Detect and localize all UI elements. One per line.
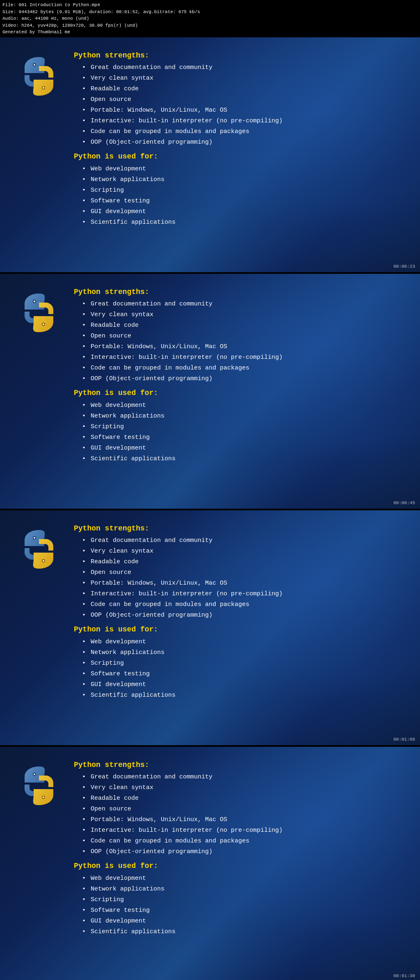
svg-point-9	[34, 537, 35, 539]
list-item: Interactive: built-in interpreter (no pr…	[74, 826, 404, 835]
svg-point-3	[43, 87, 44, 89]
file-info-block: File: 001 Introduction to Python.mp4 Siz…	[0, 0, 420, 37]
list-item: OOP (Object-oriented programming)	[74, 138, 404, 147]
used-for-title: Python is used for:	[74, 151, 404, 163]
strengths-title: Python strengths:	[74, 523, 404, 535]
list-item: Open source	[74, 95, 404, 105]
python-logo	[16, 527, 62, 572]
file-info-line4: Video: h264, yuv420p, 1280x720, 30.00 fp…	[2, 22, 418, 29]
list-item: Network applications	[74, 648, 404, 658]
list-item: Web development	[74, 637, 404, 647]
slide-1: Python strengths:Great documentation and…	[0, 37, 420, 272]
list-item: OOP (Object-oriented programming)	[74, 374, 404, 384]
slide-2: Python strengths:Great documentation and…	[0, 274, 420, 509]
list-item: Great documentation and community	[74, 772, 404, 782]
list-item: Web development	[74, 401, 404, 411]
list-item: Readable code	[74, 321, 404, 330]
list-item: Great documentation and community	[74, 536, 404, 546]
list-item: Very clean syntax	[74, 546, 404, 556]
slide-3: Python strengths:Great documentation and…	[0, 510, 420, 745]
list-item: Software testing	[74, 906, 404, 916]
list-item: GUI development	[74, 207, 404, 217]
list-item: OOP (Object-oriented programming)	[74, 847, 404, 857]
list-item: Portable: Windows, Unix/Linux, Mac OS	[74, 106, 404, 115]
list-item: Software testing	[74, 196, 404, 206]
list-item: Scripting	[74, 186, 404, 195]
svg-point-7	[43, 324, 44, 325]
svg-point-11	[43, 560, 44, 562]
svg-point-13	[34, 773, 35, 775]
svg-point-1	[34, 64, 35, 66]
list-item: GUI development	[74, 443, 404, 453]
slide-4: Python strengths:Great documentation and…	[0, 747, 420, 980]
list-item: Portable: Windows, Unix/Linux, Mac OS	[74, 815, 404, 825]
list-item: Web development	[74, 874, 404, 884]
list-item: Network applications	[74, 175, 404, 185]
list-item: GUI development	[74, 680, 404, 690]
python-logo	[16, 763, 62, 808]
list-item: Readable code	[74, 557, 404, 567]
list-item: Software testing	[74, 669, 404, 679]
list-item: Network applications	[74, 884, 404, 894]
list-item: Great documentation and community	[74, 63, 404, 73]
list-item: Open source	[74, 331, 404, 341]
used-for-list: Web developmentNetwork applicationsScrip…	[74, 164, 404, 227]
used-for-title: Python is used for:	[74, 860, 404, 872]
strengths-title: Python strengths:	[74, 50, 404, 62]
list-item: Code can be grouped in modules and packa…	[74, 600, 404, 610]
list-item: Interactive: built-in interpreter (no pr…	[74, 116, 404, 126]
used-for-title: Python is used for:	[74, 624, 404, 636]
strengths-list: Great documentation and communityVery cl…	[74, 536, 404, 620]
strengths-list: Great documentation and communityVery cl…	[74, 299, 404, 384]
list-item: GUI development	[74, 916, 404, 926]
list-item: Scientific applications	[74, 691, 404, 700]
strengths-list: Great documentation and communityVery cl…	[74, 63, 404, 147]
list-item: Very clean syntax	[74, 73, 404, 83]
file-info-line2: Size: 9443482 bytes (9.01 MiB), duration…	[2, 9, 418, 16]
list-item: Interactive: built-in interpreter (no pr…	[74, 353, 404, 363]
used-for-list: Web developmentNetwork applicationsScrip…	[74, 637, 404, 700]
strengths-list: Great documentation and communityVery cl…	[74, 772, 404, 857]
file-info-line1: File: 001 Introduction to Python.mp4	[2, 2, 418, 9]
svg-point-5	[34, 301, 35, 302]
list-item: Software testing	[74, 433, 404, 443]
svg-point-15	[43, 796, 44, 798]
strengths-title: Python strengths:	[74, 759, 404, 771]
list-item: Scientific applications	[74, 218, 404, 227]
file-info-line5: Generated by Thumbnail me	[2, 29, 418, 36]
list-item: Very clean syntax	[74, 783, 404, 793]
list-item: Web development	[74, 164, 404, 174]
list-item: Interactive: built-in interpreter (no pr…	[74, 589, 404, 599]
list-item: Readable code	[74, 794, 404, 803]
python-logo	[16, 54, 62, 99]
list-item: Portable: Windows, Unix/Linux, Mac OS	[74, 578, 404, 588]
list-item: Scientific applications	[74, 927, 404, 937]
list-item: Scripting	[74, 422, 404, 432]
list-item: Code can be grouped in modules and packa…	[74, 127, 404, 137]
list-item: Code can be grouped in modules and packa…	[74, 836, 404, 846]
strengths-title: Python strengths:	[74, 286, 404, 298]
list-item: Scripting	[74, 659, 404, 668]
list-item: Network applications	[74, 411, 404, 421]
list-item: Great documentation and community	[74, 299, 404, 309]
list-item: OOP (Object-oriented programming)	[74, 610, 404, 620]
list-item: Open source	[74, 568, 404, 578]
file-info-line3: Audio: aac, 44100 Hz, mono (und)	[2, 15, 418, 22]
list-item: Readable code	[74, 84, 404, 94]
python-logo	[16, 290, 62, 335]
list-item: Code can be grouped in modules and packa…	[74, 363, 404, 373]
list-item: Scientific applications	[74, 454, 404, 464]
list-item: Very clean syntax	[74, 310, 404, 320]
list-item: Portable: Windows, Unix/Linux, Mac OS	[74, 342, 404, 352]
used-for-list: Web developmentNetwork applicationsScrip…	[74, 401, 404, 464]
list-item: Scripting	[74, 895, 404, 905]
list-item: Open source	[74, 804, 404, 814]
used-for-title: Python is used for:	[74, 387, 404, 399]
used-for-list: Web developmentNetwork applicationsScrip…	[74, 874, 404, 937]
